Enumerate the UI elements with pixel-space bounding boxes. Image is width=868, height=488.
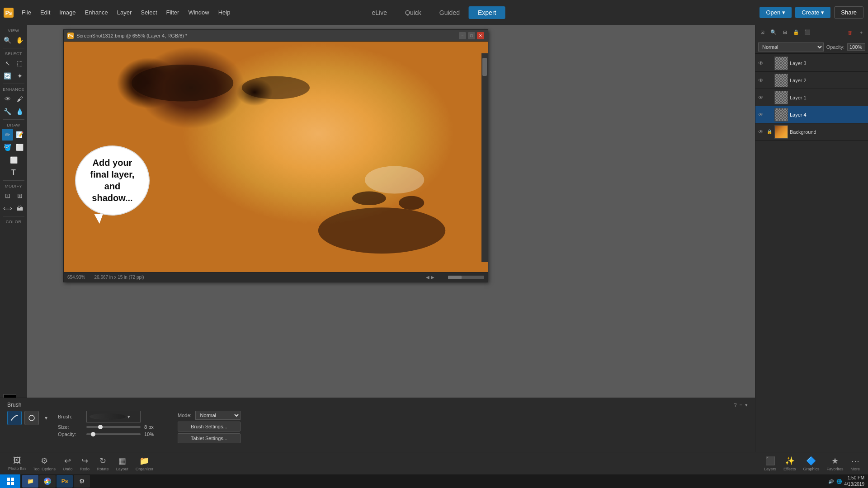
- brush-tool[interactable]: ✏: [2, 129, 13, 141]
- bottom-favorites[interactable]: ★ Favorites: [823, 454, 847, 473]
- bottom-effects[interactable]: ✨ Effects: [780, 454, 799, 473]
- bottom-tool-options[interactable]: ⚙ Tool Options: [29, 454, 59, 473]
- zoom-tool[interactable]: 🔍: [2, 34, 13, 46]
- layout-label: Layout: [116, 467, 128, 471]
- recompose-tool[interactable]: ⟺: [2, 202, 13, 214]
- doc-restore[interactable]: □: [468, 32, 475, 39]
- layer-3-visibility[interactable]: 👁: [757, 60, 764, 67]
- tab-quick[interactable]: Quick: [396, 6, 430, 19]
- draw-tools-row1: ✏ 📝: [0, 128, 27, 141]
- background-visibility[interactable]: 👁: [757, 128, 764, 136]
- menu-layer[interactable]: Layer: [113, 0, 137, 25]
- menu-edit[interactable]: Edit: [36, 0, 55, 25]
- taskbar-explorer[interactable]: 📁: [22, 475, 38, 488]
- layer-item-3[interactable]: 👁 Layer 3: [755, 55, 868, 72]
- panel-icon-5[interactable]: ⬛: [802, 28, 812, 38]
- tab-guided[interactable]: Guided: [430, 6, 469, 19]
- open-button[interactable]: Open ▾: [760, 7, 792, 18]
- bottom-undo[interactable]: ↩ Undo: [59, 454, 76, 473]
- bottom-rotate[interactable]: ↻ Rotate: [93, 454, 113, 473]
- hand-tool[interactable]: ✋: [14, 34, 25, 46]
- bottom-redo[interactable]: ↪ Redo: [76, 454, 94, 473]
- tab-elive[interactable]: eLive: [363, 6, 396, 19]
- bottom-photo-bin[interactable]: 🖼 Photo Bin: [5, 454, 29, 473]
- tab-expert[interactable]: Expert: [469, 6, 505, 19]
- bottom-graphics[interactable]: 🔷 Graphics: [799, 454, 823, 473]
- panel-delete-layer[interactable]: 🗑: [845, 28, 855, 38]
- lasso-tool[interactable]: 🔄: [2, 70, 13, 82]
- taskbar-chrome[interactable]: [39, 475, 56, 488]
- opacity-slider-thumb[interactable]: [91, 432, 95, 436]
- tablet-settings-button[interactable]: Tablet Settings...: [178, 433, 241, 443]
- layer-4-visibility[interactable]: 👁: [757, 111, 764, 118]
- graphics-icon: 🔷: [806, 456, 816, 466]
- size-slider[interactable]: [86, 426, 141, 428]
- panel-icon-1[interactable]: ⊡: [757, 28, 767, 38]
- layer-item-1[interactable]: 👁 Layer 1: [755, 89, 868, 106]
- layer-item-4[interactable]: 👁 Layer 4: [755, 106, 868, 123]
- brush-preset-more[interactable]: ▾: [42, 411, 51, 425]
- bottom-layers[interactable]: ⬛ Layers: [760, 454, 780, 473]
- enhance-tools-row1: 👁 🖌: [0, 93, 27, 105]
- nav-arrows: ◀ ▶: [426, 275, 434, 280]
- menu-help[interactable]: Help: [214, 0, 235, 25]
- bottom-layout[interactable]: ▦ Layout: [113, 454, 132, 473]
- eraser-tool[interactable]: ⬜: [8, 154, 19, 166]
- share-button[interactable]: Share: [834, 6, 863, 19]
- content-tool[interactable]: 🏔: [14, 202, 25, 214]
- mode-select[interactable]: Normal: [195, 411, 241, 420]
- brush-preset-paint[interactable]: [7, 411, 22, 425]
- brush-preset-erase[interactable]: [24, 411, 39, 425]
- marquee-tool[interactable]: ⬚: [14, 57, 25, 69]
- layer-item-background[interactable]: 👁 🔒 Background: [755, 123, 868, 141]
- crop-tool[interactable]: ⊡: [2, 190, 13, 202]
- move-tool[interactable]: ↖: [2, 57, 13, 69]
- eye-dropper-tool[interactable]: 👁: [2, 93, 13, 105]
- clone-tool[interactable]: 🔧: [2, 106, 13, 117]
- taskbar-photoshop[interactable]: Ps: [57, 475, 73, 488]
- brush-enhance-tool[interactable]: 🖌: [14, 93, 25, 105]
- taskbar-other[interactable]: ⚙: [74, 475, 90, 488]
- blend-mode-select[interactable]: Normal: [758, 42, 824, 52]
- menu-select[interactable]: Select: [136, 0, 161, 25]
- paint-bucket-tool[interactable]: 🪣: [2, 141, 13, 153]
- opacity-input[interactable]: [847, 43, 865, 51]
- panel-icon-3[interactable]: ⊞: [780, 28, 790, 38]
- doc-close[interactable]: ✕: [477, 32, 484, 39]
- menu-image[interactable]: Image: [55, 0, 80, 25]
- layer-1-visibility[interactable]: 👁: [757, 94, 764, 101]
- menu-filter[interactable]: Filter: [162, 0, 184, 25]
- layer-item-2[interactable]: 👁 Layer 2: [755, 72, 868, 89]
- panel-add-layer[interactable]: +: [856, 28, 866, 38]
- layer-2-visibility[interactable]: 👁: [757, 77, 764, 84]
- opacity-slider[interactable]: [86, 433, 141, 435]
- magic-wand-tool[interactable]: ✦: [14, 70, 25, 82]
- brush-settings-button[interactable]: Brush Settings...: [178, 422, 241, 432]
- horizontal-scrollbar[interactable]: [448, 276, 484, 279]
- start-button[interactable]: [0, 474, 20, 488]
- canvas-viewport[interactable]: Add your final layer, and shadow...: [64, 42, 488, 272]
- menu-file[interactable]: File: [17, 0, 36, 25]
- text-tool[interactable]: T: [8, 167, 19, 178]
- menu-window[interactable]: Window: [184, 0, 213, 25]
- mode-row: Mode: Normal: [178, 411, 241, 420]
- create-button[interactable]: Create ▾: [795, 7, 830, 18]
- panel-icon-4[interactable]: 🔒: [791, 28, 801, 38]
- bottom-more[interactable]: ⋯ More: [847, 454, 863, 473]
- svg-rect-12: [11, 482, 14, 485]
- vertical-scrollbar[interactable]: [481, 53, 488, 262]
- pencil-tool[interactable]: 📝: [14, 129, 25, 141]
- transform-tool[interactable]: ⊞: [14, 190, 25, 202]
- menu-enhance[interactable]: Enhance: [80, 0, 113, 25]
- size-slider-thumb[interactable]: [98, 425, 103, 429]
- brush-presets: ▾: [7, 411, 51, 425]
- modify-label: MODIFY: [0, 182, 27, 189]
- bottom-organizer[interactable]: 📁 Organizer: [132, 454, 157, 473]
- gradient-tool[interactable]: ⬜: [14, 141, 25, 153]
- panel-icon-2[interactable]: 🔍: [769, 28, 778, 38]
- layer-3-name: Layer 3: [790, 61, 866, 66]
- brush-selector[interactable]: ▾: [86, 411, 141, 422]
- blur-tool[interactable]: 💧: [14, 106, 25, 117]
- doc-minimize[interactable]: −: [459, 32, 466, 39]
- document-title: ScreenShot1312.bmp @ 655% (Layer 4, RGB/…: [76, 33, 456, 38]
